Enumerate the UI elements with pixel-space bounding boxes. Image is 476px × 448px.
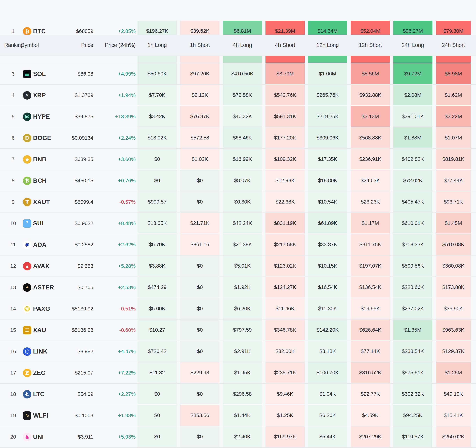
table-row[interactable]: 16 ⬡ LINK $8.982 +4.47% $726.42$0$2.91K$…	[0, 341, 476, 362]
table-row[interactable]: 10 ❜ SUI $0.9622 +8.48% $13.35K$21.71K$4…	[0, 213, 476, 234]
liquidation-cell: $236.91K	[351, 149, 390, 169]
table-row[interactable]: 11 ✺ ADA $0.2582 +2.62% $6.70K$861.16$21…	[0, 234, 476, 255]
liquidation-cell: $797.59	[223, 320, 262, 340]
column-header-1h-short[interactable]: 1h Short	[180, 35, 220, 56]
liquidation-cell: $72.58K	[223, 85, 262, 105]
column-header-price-24h[interactable]: Price (24h%)	[95, 35, 136, 56]
liquidation-cell: $5.01K	[223, 255, 262, 276]
bnb-coin-icon: ◆	[23, 155, 31, 164]
table-row[interactable]: 3 ≡ SOL $86.08 +4.99% $50.60K$97.26K$410…	[0, 63, 476, 85]
liquidation-cell: $237.02K	[393, 298, 432, 319]
avax-coin-icon: ▲	[23, 262, 31, 270]
symbol-label: WLFI	[33, 405, 48, 426]
liquidation-cell: $0	[137, 384, 177, 404]
price-value: $8.982	[49, 341, 93, 362]
price-change-24h: +4.47%	[95, 341, 136, 362]
column-header-24h-long[interactable]: 24h Long	[393, 35, 432, 56]
liquidation-cell: $33.37K	[308, 234, 347, 255]
liquidation-cell: $0	[180, 192, 220, 212]
liquidation-cell: $0	[180, 170, 220, 191]
liquidation-cell: $6.26K	[308, 405, 347, 425]
liquidation-cell: $250.02K	[436, 426, 471, 447]
liquidation-cell: $0	[137, 170, 177, 191]
liquidation-cell: $2.08M	[393, 85, 432, 105]
liquidation-cell: $510.08K	[436, 234, 471, 255]
liquidation-cell: $13.35K	[137, 213, 177, 233]
column-header-12h-long[interactable]: 12h Long	[308, 35, 347, 56]
column-header-4h-short[interactable]: 4h Short	[266, 35, 305, 56]
table-row[interactable]: 5 ⋈ HYPE $34.875 +13.39% $3.42K$76.37K$4…	[0, 106, 476, 127]
price-change-24h: +1.94%	[95, 85, 136, 106]
liquidation-cell: $5.44K	[308, 426, 347, 447]
table-row[interactable]: 9 ₮ XAUT $5099.4 -0.57% $999.57$0$6.30K$…	[0, 192, 476, 213]
liquidation-cell: $207.29K	[351, 426, 390, 447]
price-change-24h: -0.60%	[95, 320, 136, 340]
price-change-24h: +8.48%	[95, 213, 136, 234]
symbol-label: ZEC	[33, 362, 45, 383]
xrp-coin-icon: ✕	[23, 91, 31, 100]
liquidation-cell: $169.97K	[266, 426, 305, 447]
price-change-24h: +2.62%	[95, 234, 136, 255]
table-row[interactable]: 17 Ƶ ZEC $215.07 +7.22% $11.82$229.98$1.…	[0, 362, 476, 384]
column-header-4h-long[interactable]: 4h Long	[223, 35, 262, 56]
table-row[interactable]: 18 Ł LTC $54.09 +2.27% $0$0$296.58$9.46K…	[0, 384, 476, 405]
liquidation-cell: $302.32K	[393, 384, 432, 404]
liquidation-cell: $50.60K	[137, 63, 177, 84]
rank-label: 8	[6, 170, 21, 191]
column-header-24h-short[interactable]: 24h Short	[436, 35, 471, 56]
rank-label: 19	[6, 405, 21, 426]
liquidation-cell: $46.32K	[223, 106, 262, 127]
liquidation-cell: $0	[137, 405, 177, 425]
table-row[interactable]: 6 Ð DOGE $0.09134 +2.24% $13.02K$572.58$…	[0, 127, 476, 149]
xaut-coin-icon: ₮	[23, 198, 31, 206]
table-row[interactable]: 19 ∿ WLFI $0.1003 +1.93% $0$853.56$1.44K…	[0, 405, 476, 426]
liquidation-cell: $21.38K	[223, 234, 262, 255]
link-coin-icon: ⬡	[23, 347, 31, 356]
table-row[interactable]: 13 ✦ ASTER $0.705 +2.53% $474.29$0$1.92K…	[0, 277, 476, 298]
price-change-24h: +2.27%	[95, 384, 136, 405]
liquidation-cell: $8.98M	[436, 63, 471, 84]
sol-coin-icon: ≡	[23, 70, 31, 78]
liquidation-cell: $0	[180, 341, 220, 362]
liquidation-cell: $6.30K	[223, 192, 262, 212]
rank-label: 6	[6, 127, 21, 148]
price-change-24h: -0.57%	[95, 192, 136, 212]
rank-label: 10	[6, 213, 21, 234]
liquidation-cell: $3.18K	[308, 341, 347, 362]
column-header-12h-short[interactable]: 12h Short	[351, 35, 390, 56]
liquidation-cell: $61.89K	[308, 213, 347, 233]
column-header-1h-long[interactable]: 1h Long	[137, 35, 177, 56]
price-value: $639.35	[49, 149, 93, 170]
rank-label: 9	[6, 192, 21, 212]
liquidation-cell: $10.27	[137, 320, 177, 340]
liquidation-cell: $853.56	[180, 405, 220, 425]
liquidation-cell: $0	[180, 320, 220, 340]
liquidation-cell: $0	[137, 426, 177, 447]
liquidation-cell: $16.54K	[308, 277, 347, 297]
liquidation-cell: $17.35K	[308, 149, 347, 169]
table-row[interactable]: 7 ◆ BNB $639.35 +3.60% $0$1.02K$16.99K$1…	[0, 149, 476, 170]
liquidation-cell: $831.19K	[266, 213, 305, 233]
liquidation-cell: $3.79M	[266, 63, 305, 84]
liquidation-cell: $726.42	[137, 341, 177, 362]
table-row[interactable]: 14 ❂ PAXG $5139.92 -0.51% $5.00K$0$6.20K…	[0, 298, 476, 320]
price-value: $0.1003	[49, 405, 93, 426]
liquidation-cell: $23.23K	[351, 192, 390, 212]
liquidation-cell: $93.71K	[436, 192, 471, 212]
table-row[interactable]: 12 ▲ AVAX $9.353 +5.28% $3.88K$0$5.01K$1…	[0, 255, 476, 277]
column-header-ranking[interactable]: Ranking	[4, 35, 24, 56]
liquidation-cell: $72.02K	[393, 170, 432, 191]
liquidation-cell: $94.25K	[393, 405, 432, 425]
wlfi-coin-icon: ∿	[23, 411, 31, 420]
price-value: $0.2582	[49, 234, 93, 255]
table-row[interactable]: 8 ₿ BCH $450.15 +0.76% $0$0$8.07K$12.98K…	[0, 170, 476, 192]
price-change-24h: +7.22%	[95, 362, 136, 383]
column-header-symbol[interactable]: Symbol	[21, 35, 39, 56]
liquidation-cell: $1.07M	[436, 127, 471, 148]
table-row[interactable]: 15 ☰ XAU $5136.28 -0.60% $10.27$0$797.59…	[0, 320, 476, 341]
uni-coin-icon: ♞	[23, 433, 31, 441]
table-row[interactable]: 20 ♞ UNI $3.911 +5.93% $0$0$2.40K$169.97…	[0, 426, 476, 448]
table-row[interactable]: 4 ✕ XRP $1.3739 +1.94% $7.70K$2.12K$72.5…	[0, 85, 476, 106]
column-header-price[interactable]: Price	[52, 35, 93, 56]
liquidation-cell: $7.70K	[137, 85, 177, 105]
